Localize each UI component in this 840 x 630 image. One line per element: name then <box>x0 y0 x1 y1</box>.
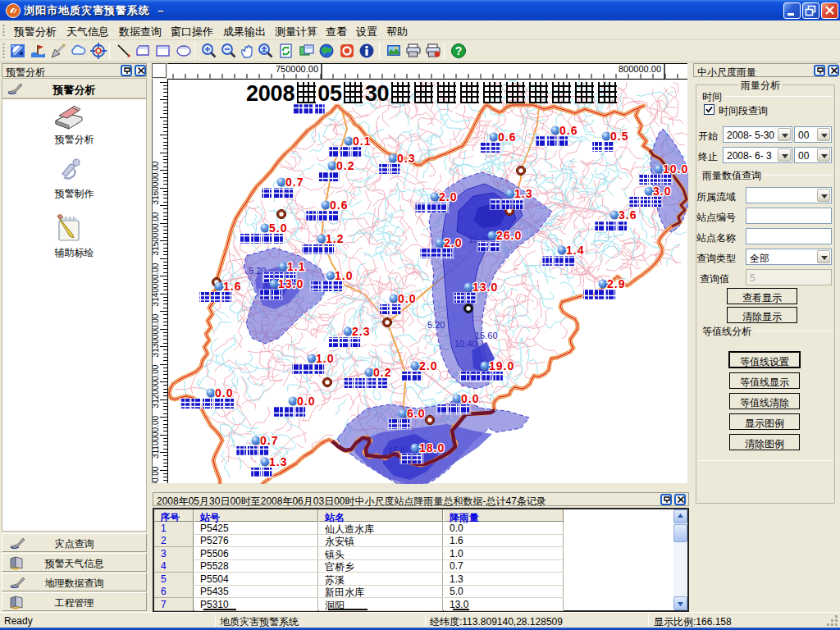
svg-text:1.4: 1.4 <box>566 244 584 257</box>
svg-text:13.0: 13.0 <box>472 281 498 294</box>
svg-text:1.0: 1.0 <box>335 269 353 282</box>
svg-text:13.0: 13.0 <box>278 277 304 290</box>
svg-text:3140000.00: 3140000.00 <box>153 262 160 306</box>
svg-text:800000.00: 800000.00 <box>619 64 661 74</box>
svg-text:?: ? <box>455 44 463 57</box>
svg-text:0.6: 0.6 <box>498 130 516 144</box>
svg-text:19.0: 19.0 <box>489 359 514 372</box>
svg-text:6.0: 6.0 <box>407 407 425 420</box>
svg-text:26.0: 26.0 <box>496 229 522 242</box>
svg-text:1.2: 1.2 <box>326 232 344 245</box>
svg-text:2.0: 2.0 <box>419 359 437 372</box>
svg-text:3.0: 3.0 <box>653 185 671 198</box>
svg-text:0.7: 0.7 <box>260 434 278 447</box>
svg-text:0.6: 0.6 <box>559 124 578 137</box>
svg-text:0.3: 0.3 <box>397 152 415 165</box>
svg-text:1.3: 1.3 <box>269 455 287 468</box>
svg-text:10.0: 10.0 <box>663 162 688 176</box>
svg-text:3120000.00: 3120000.00 <box>153 364 160 408</box>
svg-text:0.5: 0.5 <box>610 130 628 143</box>
svg-text:15.60: 15.60 <box>475 331 498 340</box>
svg-text:2.9: 2.9 <box>607 277 625 290</box>
svg-text:3150000.00: 3150000.00 <box>153 212 160 255</box>
svg-text:1.6: 1.6 <box>223 280 241 293</box>
svg-text:1.3: 1.3 <box>514 187 532 200</box>
svg-text:0.2: 0.2 <box>336 159 354 172</box>
svg-text:0.2: 0.2 <box>373 366 391 379</box>
svg-text:3110000.00: 3110000.00 <box>153 416 160 459</box>
svg-text:2.0: 2.0 <box>444 236 462 249</box>
svg-text:5.0: 5.0 <box>269 221 287 235</box>
svg-text:0.6: 0.6 <box>330 199 348 212</box>
svg-text:3160000.00: 3160000.00 <box>153 161 160 204</box>
svg-text:18.0: 18.0 <box>419 441 445 454</box>
svg-text:0.7: 0.7 <box>285 176 304 189</box>
svg-text:5.20: 5.20 <box>427 320 445 330</box>
svg-text:10.40: 10.40 <box>454 339 477 349</box>
svg-text:3130000.00: 3130000.00 <box>153 313 160 357</box>
svg-text:0.0: 0.0 <box>215 386 233 399</box>
svg-text:1.0: 1.0 <box>316 352 334 365</box>
svg-text:0.0: 0.0 <box>297 395 315 408</box>
svg-text:2.0: 2.0 <box>439 190 457 203</box>
svg-text:1.1: 1.1 <box>287 260 305 273</box>
svg-text:3.6: 3.6 <box>619 208 637 221</box>
svg-text:0.0: 0.0 <box>461 392 479 405</box>
svg-text:2.3: 2.3 <box>352 325 370 338</box>
svg-text:750000.00: 750000.00 <box>276 64 318 74</box>
svg-text:0.0: 0.0 <box>398 292 416 305</box>
svg-text:3100000.00: 3100000.00 <box>153 466 160 483</box>
svg-text:0.1: 0.1 <box>353 135 371 148</box>
